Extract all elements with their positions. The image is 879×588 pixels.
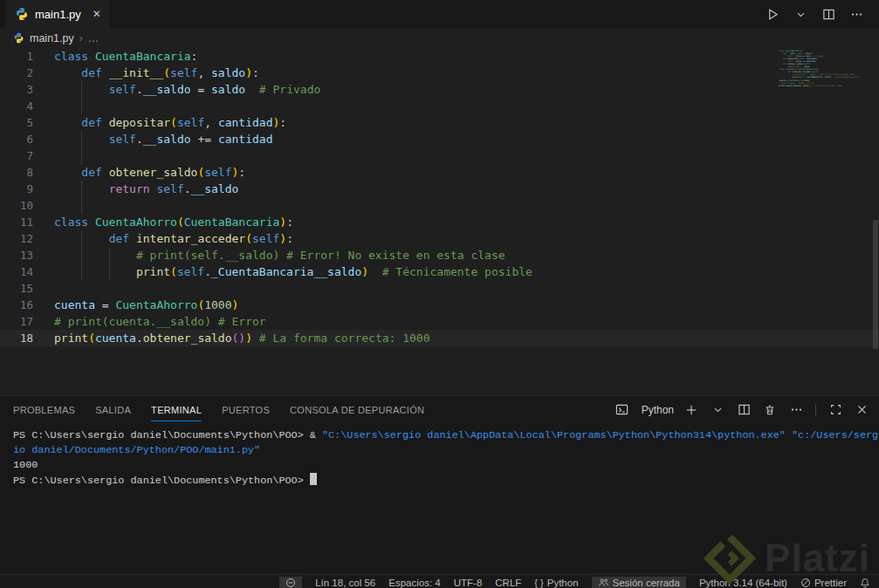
indent-guide bbox=[81, 181, 82, 197]
code-lines: 1class CuentaBancaria:2 def __init__(sel… bbox=[0, 48, 879, 346]
line-number: 18 bbox=[0, 330, 33, 346]
status-python-interpreter[interactable]: Python 3.14 (64-bit) bbox=[699, 578, 787, 588]
terminal-actions: Python bbox=[614, 401, 870, 419]
code-line[interactable]: 11class CuentaAhorro(CuentaBancaria): bbox=[0, 214, 879, 230]
terminal-line: PS C:\Users\sergio daniel\Documents\Pyth… bbox=[13, 428, 879, 443]
bottom-panel: PROBLEMASSALIDATERMINALPUERTOSCONSOLA DE… bbox=[0, 395, 879, 574]
breadcrumb[interactable]: main1.py › … bbox=[0, 28, 879, 48]
code-line[interactable]: 17# print(cuenta.__saldo) # Error bbox=[0, 313, 879, 330]
indent-guide bbox=[81, 247, 82, 263]
maximize-panel-button[interactable] bbox=[827, 401, 844, 419]
indent-guide bbox=[109, 263, 110, 280]
code-line[interactable]: 16cuenta = CuentaAhorro(1000) bbox=[0, 297, 879, 313]
line-number: 6 bbox=[0, 131, 33, 147]
run-button[interactable] bbox=[764, 5, 781, 23]
code-line[interactable]: 15 bbox=[0, 280, 879, 297]
people-icon bbox=[598, 578, 609, 588]
line-number: 11 bbox=[0, 214, 33, 230]
line-number: 3 bbox=[0, 81, 33, 98]
terminal-profile-label[interactable]: Python bbox=[642, 404, 674, 416]
line-number: 10 bbox=[0, 197, 33, 214]
line-number: 8 bbox=[0, 164, 33, 181]
code-line[interactable]: 7 bbox=[0, 147, 879, 164]
status-end-of-line[interactable]: CRLF bbox=[495, 578, 521, 588]
status-live-share[interactable]: Sesión cerrada bbox=[592, 577, 686, 588]
more-actions-button[interactable] bbox=[848, 5, 865, 23]
status-prettier[interactable]: Prettier bbox=[800, 578, 847, 588]
status-indentation[interactable]: Espacios: 4 bbox=[388, 578, 440, 588]
tab-main1py[interactable]: main1.py ✕ bbox=[6, 0, 110, 28]
new-terminal-button[interactable] bbox=[683, 401, 700, 419]
close-panel-button[interactable] bbox=[853, 401, 870, 419]
panel-tab-puertos[interactable]: PUERTOS bbox=[222, 399, 270, 421]
terminal-more-button[interactable] bbox=[787, 401, 805, 419]
line-number: 15 bbox=[0, 280, 33, 297]
line-number: 2 bbox=[0, 65, 33, 81]
code-editor[interactable]: 1class CuentaBancaria:2 def __init__(sel… bbox=[0, 48, 879, 395]
line-number: 17 bbox=[0, 313, 33, 330]
code-line[interactable]: 14 print(self._CuentaBancaria__saldo) # … bbox=[0, 263, 879, 280]
line-number: 13 bbox=[0, 247, 33, 263]
panel-tab-problemas[interactable]: PROBLEMAS bbox=[13, 399, 75, 421]
line-number: 14 bbox=[0, 263, 33, 280]
indent-guide bbox=[81, 230, 82, 247]
chevron-right-icon: › bbox=[79, 32, 83, 44]
close-tab-icon[interactable]: ✕ bbox=[93, 8, 101, 20]
python-file-icon bbox=[15, 7, 29, 21]
panel-tabs: PROBLEMASSALIDATERMINALPUERTOSCONSOLA DE… bbox=[13, 399, 424, 421]
terminal-line: PS C:\Users\sergio daniel\Documents\Pyth… bbox=[13, 473, 879, 489]
run-dropdown[interactable] bbox=[792, 5, 809, 23]
code-line[interactable]: 8 def obtener_saldo(self): bbox=[0, 164, 879, 181]
terminal-line: io daniel/Documents/Python/POO/main1.py" bbox=[13, 443, 879, 458]
breadcrumb-symbol[interactable]: … bbox=[88, 32, 100, 44]
breadcrumb-file[interactable]: main1.py bbox=[30, 32, 74, 44]
code-line[interactable]: 10 bbox=[0, 197, 879, 214]
code-line[interactable]: 5 def depositar(self, cantidad): bbox=[0, 114, 879, 131]
tab-label: main1.py bbox=[35, 8, 81, 21]
status-do-not-disturb[interactable] bbox=[279, 577, 302, 588]
line-number: 9 bbox=[0, 181, 33, 197]
status-notifications[interactable] bbox=[860, 578, 870, 588]
indent-guide bbox=[81, 131, 82, 147]
panel-tab-consola-de-depuraci-n[interactable]: CONSOLA DE DEPURACIÓN bbox=[290, 399, 424, 421]
status-language-mode[interactable]: { }Python bbox=[534, 578, 578, 588]
indent-guide bbox=[81, 98, 82, 114]
status-bar: Lín 18, col 56Espacios: 4UTF-8CRLF{ }Pyt… bbox=[0, 574, 879, 588]
minimap[interactable]: class CuentaBancaria: def __init__(self,… bbox=[779, 50, 840, 87]
line-number: 7 bbox=[0, 147, 33, 164]
line-number: 12 bbox=[0, 230, 33, 247]
terminal-line: 1000 bbox=[13, 458, 879, 473]
line-number: 1 bbox=[0, 48, 33, 65]
terminal-profile[interactable] bbox=[614, 401, 631, 419]
code-line[interactable]: 1class CuentaBancaria: bbox=[0, 48, 879, 65]
code-line[interactable]: 6 self.__saldo += cantidad bbox=[0, 131, 879, 147]
line-number: 5 bbox=[0, 114, 33, 131]
indent-guide bbox=[81, 263, 82, 280]
code-line[interactable]: 9 return self.__saldo bbox=[0, 181, 879, 197]
editor-actions bbox=[764, 0, 879, 28]
split-terminal-button[interactable] bbox=[735, 401, 752, 419]
code-line[interactable]: 12 def intentar_acceder(self): bbox=[0, 230, 879, 247]
status-items: Lín 18, col 56Espacios: 4UTF-8CRLF{ }Pyt… bbox=[279, 577, 870, 588]
terminal-profile-dropdown[interactable] bbox=[709, 401, 726, 419]
code-line[interactable]: 2 def __init__(self, saldo): bbox=[0, 65, 879, 81]
tab-bar: main1.py ✕ bbox=[0, 0, 879, 28]
kill-terminal-button[interactable] bbox=[761, 401, 779, 419]
status-cursor-position[interactable]: Lín 18, col 56 bbox=[315, 578, 375, 588]
split-editor-button[interactable] bbox=[820, 5, 837, 23]
vscode-window: main1.py ✕ main1.py › … 1class CuentaBan… bbox=[0, 0, 879, 588]
code-line[interactable]: 3 self.__saldo = saldo # Privado bbox=[0, 81, 879, 98]
python-file-icon bbox=[13, 32, 24, 44]
terminal[interactable]: PS C:\Users\sergio daniel\Documents\Pyth… bbox=[0, 423, 879, 574]
terminal-cursor bbox=[310, 473, 317, 485]
editor-scrollbar[interactable] bbox=[873, 220, 878, 349]
code-line[interactable]: 4 bbox=[0, 98, 879, 114]
panel-tab-terminal[interactable]: TERMINAL bbox=[151, 399, 202, 421]
indent-guide bbox=[81, 147, 82, 164]
circle-dash-icon bbox=[285, 578, 296, 588]
code-line[interactable]: 13 # print(self.__saldo) # Error! No exi… bbox=[0, 247, 879, 263]
code-line[interactable]: 18print(cuenta.obtener_saldo()) # La for… bbox=[0, 330, 879, 346]
panel-tab-salida[interactable]: SALIDA bbox=[95, 399, 131, 421]
status-encoding[interactable]: UTF-8 bbox=[454, 578, 483, 588]
line-number: 16 bbox=[0, 297, 33, 313]
